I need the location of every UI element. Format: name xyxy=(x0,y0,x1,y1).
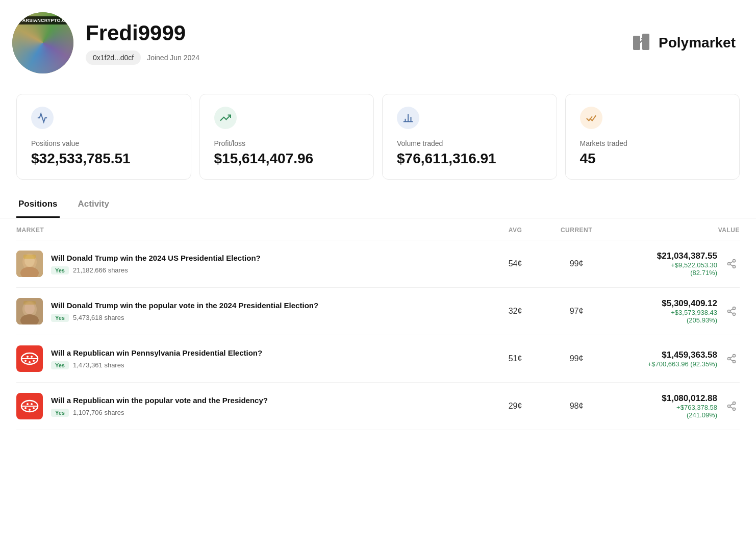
svg-point-31 xyxy=(33,360,35,362)
yes-badge-row2: Yes xyxy=(51,314,69,322)
stat-card-markets: Markets traded 45 xyxy=(565,94,740,180)
volume-traded-label: Volume traded xyxy=(397,139,542,147)
joined-date: Joined Jun 2024 xyxy=(147,54,199,62)
share-button-row3[interactable] xyxy=(723,351,740,367)
avg-price-row4: 29¢ xyxy=(485,402,546,411)
col-header-avg: AVG xyxy=(485,227,546,234)
value-numbers-row1: $21,034,387.55 +$9,522,053.30 (82.71%) xyxy=(657,251,717,277)
current-price-row4: 98¢ xyxy=(546,402,607,411)
tab-positions[interactable]: Positions xyxy=(16,192,60,218)
market-name-row1[interactable]: Will Donald Trump win the 2024 US Presid… xyxy=(51,253,261,263)
value-pct-row4: (241.09%) xyxy=(687,411,717,419)
svg-point-35 xyxy=(728,358,730,360)
svg-point-43 xyxy=(33,407,35,409)
market-thumb-row2 xyxy=(16,298,43,325)
tabs: Positions Activity xyxy=(0,192,756,218)
svg-point-44 xyxy=(27,403,29,405)
svg-point-29 xyxy=(24,360,27,362)
table-header: MARKET AVG CURRENT VALUE xyxy=(16,218,740,240)
svg-point-32 xyxy=(27,356,29,358)
svg-point-46 xyxy=(733,402,736,405)
table-row: Will a Republican win the popular vote a… xyxy=(16,383,740,430)
svg-point-13 xyxy=(728,263,730,265)
market-name-row2[interactable]: Will Donald Trump win the popular vote i… xyxy=(51,301,318,311)
svg-point-41 xyxy=(24,407,27,409)
shares-row4: 1,107,706 shares xyxy=(73,409,124,416)
republican-logo2 xyxy=(20,397,39,415)
svg-line-38 xyxy=(730,356,733,358)
value-main-row4: $1,080,012.88 xyxy=(662,393,717,404)
svg-point-48 xyxy=(733,408,736,410)
tab-activity[interactable]: Activity xyxy=(76,192,111,218)
value-profit-row4: +$763,378.58 xyxy=(676,404,717,411)
user-info: Fredi9999 0x1f2d...d0cf Joined Jun 2024 xyxy=(86,21,199,65)
market-name-row4[interactable]: Will a Republican win the popular vote a… xyxy=(51,395,268,406)
current-price-row1: 99¢ xyxy=(546,259,607,268)
profit-loss-label: Profit/loss xyxy=(214,139,360,147)
polymarket-icon xyxy=(631,32,653,54)
market-cell-row4: Will a Republican win the popular vote a… xyxy=(16,393,485,419)
market-details-row2: Will Donald Trump win the popular vote i… xyxy=(51,301,318,322)
value-numbers-row3: $1,459,363.58 +$700,663.96 (92.35%) xyxy=(648,350,717,368)
yes-badge-row4: Yes xyxy=(51,409,69,417)
value-cell-row3: $1,459,363.58 +$700,663.96 (92.35%) xyxy=(607,350,740,368)
stat-card-positions: Positions value $32,533,785.51 xyxy=(16,94,191,180)
svg-point-47 xyxy=(728,405,730,408)
share-button-row2[interactable] xyxy=(723,303,740,319)
positions-table: MARKET AVG CURRENT VALUE Will Donald Tru… xyxy=(0,218,756,430)
market-details-row4: Will a Republican win the popular vote a… xyxy=(51,395,268,417)
double-check-icon xyxy=(580,107,602,129)
trump1-image xyxy=(16,251,43,277)
value-main-row2: $5,309,409.12 xyxy=(662,298,717,309)
table-row: Will Donald Trump win the 2024 US Presid… xyxy=(16,240,740,288)
market-meta-row2: Yes 5,473,618 shares xyxy=(51,314,318,322)
trump2-image xyxy=(16,298,43,325)
value-cell-row4: $1,080,012.88 +$763,378.58 (241.09%) xyxy=(607,393,740,419)
share-button-row4[interactable] xyxy=(723,398,740,414)
stats-grid: Positions value $32,533,785.51 Profit/lo… xyxy=(0,82,756,192)
avg-price-row1: 54¢ xyxy=(485,259,546,268)
svg-point-24 xyxy=(733,313,736,315)
svg-point-23 xyxy=(728,310,730,313)
username: Fredi9999 xyxy=(86,21,199,45)
svg-point-45 xyxy=(31,403,33,405)
positions-value-label: Positions value xyxy=(31,139,177,147)
svg-point-12 xyxy=(733,260,736,262)
share-button-row1[interactable] xyxy=(723,256,740,272)
value-pct-row2: (205.93%) xyxy=(687,316,717,324)
svg-line-16 xyxy=(730,261,733,263)
value-pct-row1: (82.71%) xyxy=(690,269,717,277)
svg-line-15 xyxy=(730,264,733,266)
svg-line-50 xyxy=(730,404,733,405)
republican-logo xyxy=(20,350,39,368)
activity-icon xyxy=(31,107,54,129)
market-thumb-row4 xyxy=(16,393,43,419)
svg-line-49 xyxy=(730,407,733,408)
polymarket-logo[interactable]: Polymarket xyxy=(631,32,736,54)
user-meta: 0x1f2d...d0cf Joined Jun 2024 xyxy=(86,51,199,65)
market-meta-row1: Yes 21,182,666 shares xyxy=(51,266,261,274)
svg-line-26 xyxy=(730,309,733,310)
svg-point-30 xyxy=(29,361,31,363)
value-main-row3: $1,459,363.58 xyxy=(662,350,717,360)
svg-point-22 xyxy=(733,307,736,310)
svg-point-33 xyxy=(31,356,33,358)
profit-loss-amount: $15,614,407.96 xyxy=(214,151,360,167)
watermark-badge: PARSIANCRYPTO.COM xyxy=(16,16,73,24)
stat-card-profit: Profit/loss $15,614,407.96 xyxy=(199,94,374,180)
yes-badge-row1: Yes xyxy=(51,266,69,274)
value-main-row1: $21,034,387.55 xyxy=(657,251,717,261)
shares-row2: 5,473,618 shares xyxy=(73,314,124,321)
value-numbers-row4: $1,080,012.88 +$763,378.58 (241.09%) xyxy=(662,393,717,419)
col-header-market: MARKET xyxy=(16,227,485,234)
svg-point-42 xyxy=(29,409,31,411)
market-name-row3[interactable]: Will a Republican win Pennsylvania Presi… xyxy=(51,348,262,358)
shares-row1: 21,182,666 shares xyxy=(73,266,128,274)
table-row: Will Donald Trump win the popular vote i… xyxy=(16,288,740,335)
table-row: Will a Republican win Pennsylvania Presi… xyxy=(16,335,740,383)
wallet-address[interactable]: 0x1f2d...d0cf xyxy=(86,51,141,65)
value-profit-row2: +$3,573,938.43 xyxy=(671,309,717,316)
col-header-value: VALUE xyxy=(607,227,740,234)
volume-traded-amount: $76,611,316.91 xyxy=(397,151,542,167)
current-price-row3: 99¢ xyxy=(546,354,607,363)
